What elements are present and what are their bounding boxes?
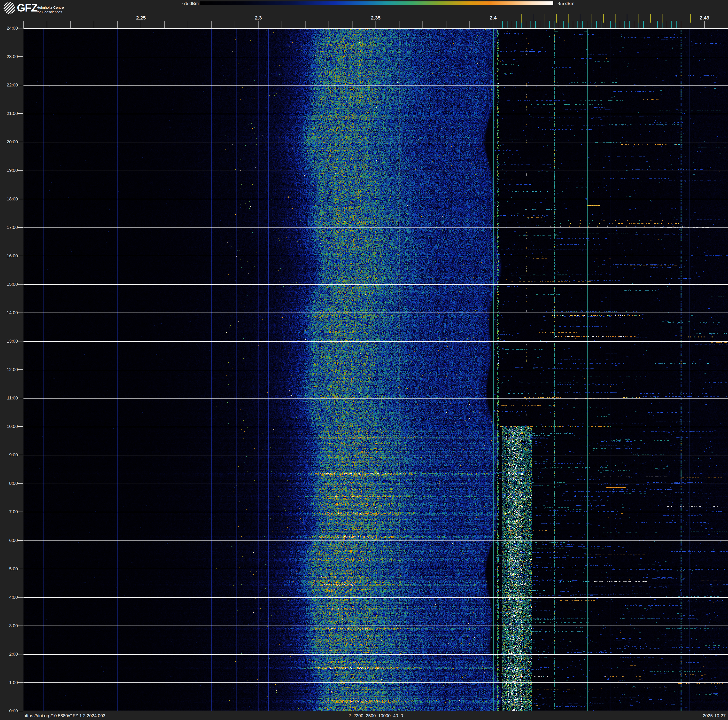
ble-channel-tick — [582, 21, 583, 28]
freq-minor-tick — [258, 21, 258, 28]
hour-axis-tick — [18, 398, 23, 398]
ble-channel-tick — [587, 21, 587, 28]
freq-minor-tick — [399, 21, 399, 28]
freq-minor-tick — [94, 21, 94, 28]
hour-axis-label: 20:00 — [1, 139, 18, 144]
ble-channel-tick — [563, 21, 564, 28]
gfz-logo: GFZ Helmholtz Centre for Geosciences — [3, 2, 102, 16]
hour-axis-tick — [18, 57, 23, 57]
ble-channel-tick — [502, 21, 503, 28]
hour-axis-tick — [18, 512, 23, 512]
freq-minor-tick — [164, 21, 165, 28]
footer-date-text: 2025-10-27 — [703, 713, 726, 718]
wifi-channel-tick — [580, 14, 580, 23]
hour-axis-tick — [18, 625, 23, 626]
hour-axis-tick — [18, 85, 23, 85]
ble-channel-tick — [507, 21, 508, 28]
hour-axis-label: 11:00 — [1, 395, 18, 401]
hour-axis-label: 3:00 — [1, 623, 18, 628]
ble-channel-tick — [526, 21, 526, 28]
spectrogram-canvas — [23, 28, 728, 711]
hour-axis-label: 8:00 — [1, 481, 18, 486]
ble-channel-tick — [620, 21, 620, 28]
hour-axis-label: 6:00 — [1, 538, 18, 543]
freq-minor-tick — [446, 21, 447, 28]
wifi-channel-tick — [639, 14, 639, 23]
freq-minor-tick — [352, 21, 352, 28]
hour-axis-label: 13:00 — [1, 339, 18, 344]
freq-minor-tick — [704, 21, 705, 28]
hour-axis-tick — [18, 256, 23, 256]
freq-minor-tick — [188, 21, 188, 28]
ble-channel-tick — [681, 21, 681, 28]
hour-axis-label: 19:00 — [1, 168, 18, 173]
hour-axis-label: 2:00 — [1, 652, 18, 657]
freq-minor-tick — [70, 21, 71, 28]
freq-minor-tick — [470, 21, 470, 28]
hour-axis-tick — [18, 313, 23, 313]
ble-channel-tick — [629, 21, 630, 28]
ble-channel-tick — [559, 21, 559, 28]
ble-channel-tick — [667, 21, 667, 28]
ble-channel-tick — [648, 21, 648, 28]
hour-axis-tick — [18, 540, 23, 541]
hour-axis-tick — [18, 654, 23, 654]
hour-axis-label: 24:00 — [1, 26, 18, 31]
ble-channel-tick — [657, 21, 658, 28]
wifi-channel-tick — [568, 14, 569, 23]
ble-channel-tick — [554, 21, 554, 28]
wifi-channel-tick — [690, 14, 691, 23]
hour-axis-label: 7:00 — [1, 509, 18, 515]
hour-axis-tick — [18, 369, 23, 370]
ble-channel-tick — [578, 21, 578, 28]
hour-axis-label: 5:00 — [1, 566, 18, 571]
ble-channel-tick — [573, 21, 573, 28]
wifi-channel-tick — [533, 14, 533, 23]
hour-axis-label: 4:00 — [1, 595, 18, 600]
ble-channel-tick — [540, 21, 540, 28]
wifi-channel-tick — [627, 14, 627, 23]
wifi-channel-tick — [544, 14, 545, 23]
wifi-channel-tick — [521, 14, 522, 23]
hour-axis-label: 17:00 — [1, 225, 18, 230]
wifi-channel-tick — [603, 14, 604, 23]
hour-axis-tick — [18, 711, 23, 711]
freq-minor-tick — [376, 21, 376, 28]
colorbar-gradient — [200, 2, 553, 5]
hour-axis-tick — [18, 483, 23, 484]
wifi-channel-tick — [592, 14, 592, 23]
hour-axis-label: 23:00 — [1, 54, 18, 59]
hour-axis-label: 1:00 — [1, 680, 18, 685]
ble-channel-tick — [643, 21, 644, 28]
hour-axis-label: 22:00 — [1, 83, 18, 88]
hour-axis-label: 15:00 — [1, 282, 18, 287]
ble-channel-tick — [596, 21, 597, 28]
freq-minor-tick — [305, 21, 306, 28]
hour-axis-tick — [18, 142, 23, 142]
wifi-channel-tick — [615, 14, 615, 23]
hour-axis-tick — [18, 170, 23, 171]
ble-channel-tick — [671, 21, 672, 28]
freq-axis-label: 2.4 — [483, 15, 504, 21]
logo-subtitle-line2: for Geosciences — [37, 10, 64, 14]
ble-channel-tick — [535, 21, 536, 28]
ble-channel-tick — [606, 21, 606, 28]
colorbar-min-label: -75 dBm — [173, 1, 199, 6]
ble-channel-tick — [676, 21, 677, 28]
hour-axis-label: 16:00 — [1, 253, 18, 259]
logo-subtitle: Helmholtz Centre for Geosciences — [37, 5, 64, 14]
spectrogram-page: GFZ Helmholtz Centre for Geosciences -75… — [0, 0, 728, 720]
hour-axis-tick — [18, 284, 23, 285]
ble-channel-tick — [512, 21, 512, 28]
hour-axis-label: 14:00 — [1, 310, 18, 316]
freq-minor-tick — [422, 21, 423, 28]
hour-axis-tick — [18, 199, 23, 199]
hour-axis-tick — [18, 341, 23, 342]
logo-acronym: GFZ — [17, 2, 37, 14]
hour-axis-label: 12:00 — [1, 367, 18, 372]
footer-filename-text: 2_2200_2500_10000_40_0 — [23, 713, 728, 718]
hour-axis-tick — [18, 113, 23, 114]
hour-axis-tick — [18, 569, 23, 569]
freq-minor-tick — [329, 21, 329, 28]
hour-axis-tick — [18, 426, 23, 427]
